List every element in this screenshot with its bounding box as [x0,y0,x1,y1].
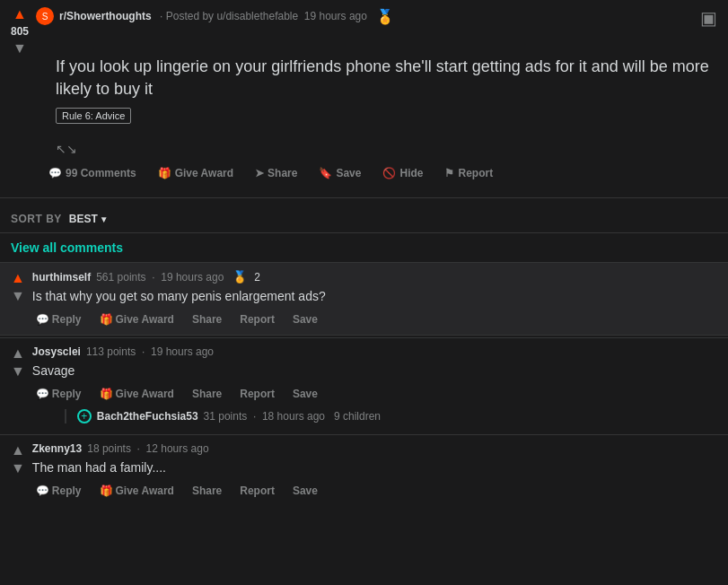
subreddit-icon: S [36,7,54,25]
comment-1-award-count: 2 [254,271,260,284]
child-meta: 31 points · 18 hours ago 9 children [204,410,381,423]
comment-3-meta: 18 points · 12 hours ago [87,442,208,455]
comment-1-meta: 561 points · 19 hours ago [96,271,224,284]
post-title: If you look up lingerie on your girlfrie… [56,56,717,100]
comment-3-upvote[interactable]: ▲ [11,442,25,458]
post-meta: · Posted by u/disablethefable 19 hours a… [157,10,367,22]
comment-3-text: The man had a family.... [32,458,717,477]
save-icon: 🔖 [319,167,332,179]
award-icon: 🎁 [100,313,113,326]
comment-2-report[interactable]: Report [236,386,278,402]
view-all-comments[interactable]: View all comments [0,233,728,262]
post-flair[interactable]: Rule 6: Advice [56,108,131,124]
comment-1-text: Is that why you get so many penis enlarg… [32,287,717,306]
expand-icon: ↖↘ [0,138,728,160]
comment-2-author[interactable]: Josysclei [32,345,81,358]
reply-icon-2: 💬 [36,388,49,400]
comment-1-give-award[interactable]: 🎁 Give Award [96,311,178,327]
comment-1-downvote[interactable]: ▼ [11,288,25,304]
comment-2-upvote[interactable]: ▲ [11,345,25,362]
comment-3-save[interactable]: Save [289,483,321,499]
chevron-down-icon: ▼ [100,214,109,224]
reply-icon-3: 💬 [36,485,49,497]
report-icon: ⚑ [444,167,454,179]
comment-3-report[interactable]: Report [236,483,278,499]
comment-3: ▲ ▼ Zkenny13 18 points · 12 hours ago Th… [0,434,728,506]
award-icon-2: 🎁 [100,388,113,400]
comment-2-downvote[interactable]: ▼ [11,363,25,380]
comment-2-text: Savage [32,362,717,380]
post-score: 805 [11,25,29,38]
comment-1: ▲ ▼ hurthimself 561 points · 19 hours ag… [0,262,728,336]
save-button[interactable]: 🔖 Save [315,163,364,183]
give-award-button[interactable]: 🎁 Give Award [154,163,237,183]
comment-1-author[interactable]: hurthimself [32,271,91,284]
comment-2-child: + Bach2theFuchsia53 31 points · 18 hours… [65,409,717,423]
child-author[interactable]: Bach2theFuchsia53 [97,410,198,423]
comment-3-give-award[interactable]: 🎁 Give Award [96,483,178,499]
chat-button[interactable]: ▣ [700,7,717,29]
hide-icon: 🚫 [382,167,396,179]
comments-button[interactable]: 💬 99 Comments [45,163,140,183]
comment-1-share[interactable]: Share [189,311,225,327]
sort-label: SORT BY [11,213,62,225]
comment-1-upvote[interactable]: ▲ [11,270,25,286]
sort-active[interactable]: BEST ▼ [69,213,109,225]
award-icon-3: 🎁 [100,485,113,497]
comment-1-reply[interactable]: 💬 Reply [32,311,85,327]
comment-2-save[interactable]: Save [289,386,321,402]
share-icon: ➤ [255,167,264,179]
expand-child-button[interactable]: + [77,409,92,423]
downvote-button[interactable]: ▼ [13,41,27,56]
comment-3-reply[interactable]: 💬 Reply [32,483,85,499]
comment-2-give-award[interactable]: 🎁 Give Award [96,386,178,402]
share-button[interactable]: ➤ Share [251,163,301,183]
comment-icon: 💬 [48,167,62,179]
comment-3-share[interactable]: Share [189,483,225,499]
reply-icon: 💬 [36,313,49,326]
award-icon: 🏅 [376,8,394,25]
comment-2-reply[interactable]: 💬 Reply [32,386,85,402]
comment-3-author[interactable]: Zkenny13 [32,442,82,455]
comment-2-share[interactable]: Share [189,386,225,402]
gift-icon: 🎁 [158,167,171,179]
comment-1-award: 🏅 [232,270,247,284]
comment-1-report[interactable]: Report [236,311,278,327]
comment-2: ▲ ▼ Josysclei 113 points · 19 hours ago … [0,337,728,434]
report-button[interactable]: ⚑ Report [441,163,496,183]
upvote-button[interactable]: ▲ [13,7,27,22]
comment-3-downvote[interactable]: ▼ [11,460,25,476]
comment-1-save[interactable]: Save [289,311,321,327]
subreddit-name[interactable]: r/Showerthoughts [59,10,152,22]
comment-2-meta: 113 points · 19 hours ago [86,345,214,358]
hide-button[interactable]: 🚫 Hide [379,163,426,183]
